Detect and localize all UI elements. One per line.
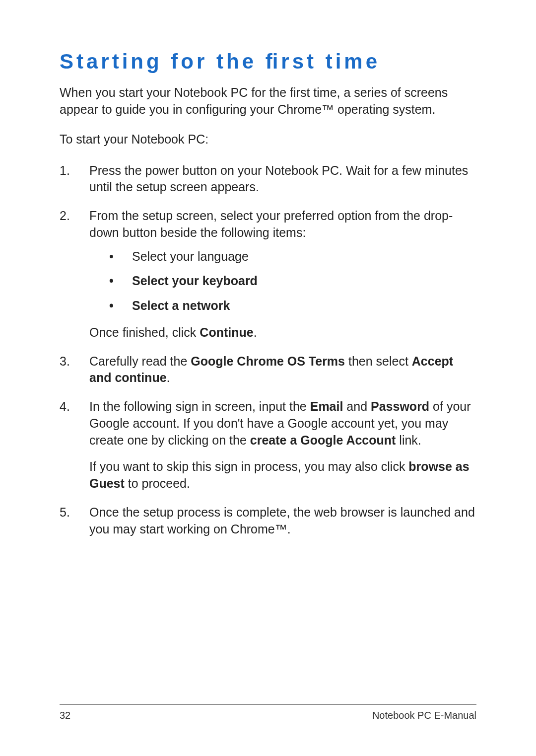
step-4-p2-a: If you want to skip this sign in process… [89,459,408,473]
step-4-p2-c: to proceed. [125,476,190,490]
doc-title: Notebook PC E-Manual [372,710,476,721]
step-2: From the setup screen, select your prefe… [60,208,476,341]
intro-paragraph: When you start your Notebook PC for the … [60,84,476,118]
step-2-text: From the setup screen, select your prefe… [89,209,453,239]
step-5-text: Once the setup process is complete, the … [89,505,475,536]
step-3-a: Carefully read the [89,354,191,368]
page-title: Starting for the ﬁrst time [60,50,476,74]
page-number: 32 [60,710,70,721]
step-3-c: then select [348,354,412,368]
step-3: Carefully read the Google Chrome OS Term… [60,353,476,387]
step-4-a: In the following sign in screen, input t… [89,399,310,413]
step-4-c: and [343,399,371,413]
bullet-language: Select your language [109,248,476,265]
manual-page: Starting for the ﬁrst time When you star… [0,0,536,756]
step-2-bullets: Select your language Select your keyboar… [109,248,476,314]
page-footer: 32 Notebook PC E-Manual [60,704,476,721]
step-4-g: link. [396,433,421,447]
bullet-network: Select a network [109,298,476,314]
step-4: In the following sign in screen, input t… [60,398,476,492]
step-1: Press the power button on your Notebook … [60,162,476,196]
step-3-e: . [167,371,170,384]
create-account-label: create a Google Account [250,433,396,447]
step-1-text: Press the power button on your Notebook … [89,163,468,194]
steps-list: Press the power button on your Notebook … [60,162,476,538]
lead-paragraph: To start your Notebook PC: [60,132,476,147]
step-2-after: Once ﬁnished, click Continue. [89,324,476,341]
step-2-after-a: Once ﬁnished, click [89,325,200,339]
step-2-after-c: . [254,325,257,339]
continue-label: Continue [200,325,253,339]
step-5: Once the setup process is complete, the … [60,504,476,538]
step-4-p2: If you want to skip this sign in process… [89,458,476,492]
email-label: Email [310,399,343,413]
bullet-keyboard: Select your keyboard [109,273,476,290]
password-label: Password [371,399,433,413]
terms-label: Google Chrome OS Terms [191,354,348,368]
